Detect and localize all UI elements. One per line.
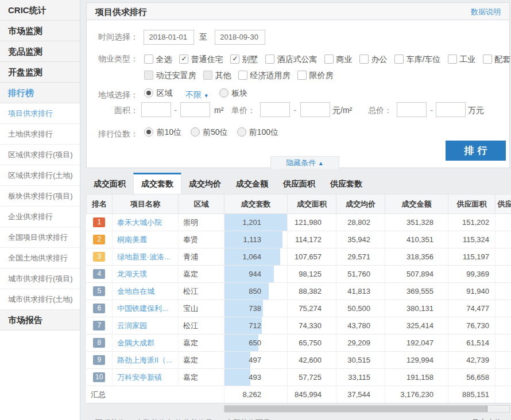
sidebar-item-市场报告[interactable]: 市场报告 bbox=[0, 310, 80, 330]
region-radio-bankuai[interactable]: 板块 bbox=[219, 85, 247, 100]
sidebar-item-城市供求排行(项目)[interactable]: 城市供求排行(项目) bbox=[0, 269, 80, 289]
checkbox-icon[interactable] bbox=[483, 55, 492, 64]
rank-digits-option-前50位[interactable]: 前50位 bbox=[191, 125, 228, 139]
property-option-别墅[interactable]: ✓别墅 bbox=[230, 52, 258, 67]
unit-price-unit: 元/m² bbox=[332, 102, 352, 119]
unit-price-label: 单价： bbox=[231, 102, 256, 119]
tab-成交金额[interactable]: 成交金额 bbox=[229, 173, 276, 195]
checkbox-checked-icon[interactable]: ✓ bbox=[179, 55, 188, 64]
tab-成交均价[interactable]: 成交均价 bbox=[181, 173, 229, 195]
supply-units-cell bbox=[495, 214, 511, 231]
area-min-input[interactable] bbox=[141, 102, 171, 117]
project-link[interactable]: 龙湖天璞 bbox=[117, 270, 147, 278]
sidebar-item-区域供求排行(土地)[interactable]: 区域供求排行(土地) bbox=[0, 165, 80, 186]
sidebar-item-城市供求排行(土地)[interactable]: 城市供求排行(土地) bbox=[0, 289, 80, 310]
supply-area-cell: 91,940 bbox=[448, 283, 495, 300]
checkbox-label: 普通住宅 bbox=[191, 52, 223, 67]
project-link[interactable]: 泰禾大城小院 bbox=[117, 218, 162, 227]
checkbox-icon[interactable] bbox=[448, 55, 457, 64]
checkbox-checked-icon[interactable]: ✓ bbox=[230, 55, 239, 64]
property-option-商业[interactable]: 商业 bbox=[324, 52, 352, 67]
project-link[interactable]: 万科安亭新镇 bbox=[117, 373, 162, 382]
sidebar-item-竞品监测[interactable]: 竞品监测 bbox=[0, 41, 80, 62]
property-type-options: 全选✓普通住宅✓别墅酒店式公寓商业办公车库/车位工业配套商品房 bbox=[144, 52, 511, 67]
tab-供应套数[interactable]: 供应套数 bbox=[323, 173, 370, 195]
filter-panel: 时间选择： 至 物业类型： 全选✓普通住宅✓别墅酒店式公寓商业办公车库/车位工业… bbox=[86, 20, 510, 168]
rank-digits-option-前10位[interactable]: 前10位 bbox=[144, 125, 181, 139]
deal-units-cell: 738 bbox=[224, 300, 288, 317]
checkbox-icon[interactable] bbox=[238, 71, 247, 80]
radio-unselected-icon[interactable] bbox=[191, 127, 200, 137]
region-radio-quyu[interactable]: 区域 bbox=[144, 85, 172, 100]
deal-area-cell: 57,725 bbox=[288, 369, 336, 386]
tab-成交面积[interactable]: 成交面积 bbox=[86, 173, 133, 195]
sidebar-item-全国土地供求排行[interactable]: 全国土地供求排行 bbox=[0, 248, 80, 269]
sidebar-item-项目供求排行[interactable]: 项目供求排行 bbox=[0, 103, 80, 124]
project-link[interactable]: 云润家园 bbox=[117, 321, 147, 330]
property-option-限价房[interactable]: 限价房 bbox=[297, 68, 333, 83]
radio-selected-icon[interactable] bbox=[144, 88, 153, 98]
checkbox-icon[interactable] bbox=[297, 71, 307, 80]
tab-供应面积[interactable]: 供应面积 bbox=[276, 173, 323, 195]
project-link[interactable]: 中国铁建保利... bbox=[117, 304, 168, 313]
sidebar-item-企业供求排行[interactable]: 企业供求排行 bbox=[0, 207, 80, 227]
unit-price-max-input[interactable] bbox=[300, 102, 330, 117]
property-option-办公[interactable]: 办公 bbox=[359, 52, 387, 67]
checkbox-icon[interactable] bbox=[144, 71, 153, 80]
checkbox-icon[interactable] bbox=[324, 55, 334, 64]
area-max-input[interactable] bbox=[180, 102, 210, 117]
property-option-工业[interactable]: 工业 bbox=[448, 52, 475, 67]
export-table-button[interactable]: 导出表格 bbox=[462, 418, 502, 420]
data-note-link[interactable]: 数据说明 bbox=[471, 3, 501, 20]
property-option-车库/车位[interactable]: 车库/车位 bbox=[394, 52, 440, 67]
total-price-min-input[interactable] bbox=[397, 102, 427, 117]
supply-area-cell: 99,369 bbox=[448, 266, 495, 283]
property-option-经济适用房[interactable]: 经济适用房 bbox=[238, 68, 290, 83]
property-option-全选[interactable]: 全选 bbox=[144, 52, 172, 67]
sidebar-item-排行榜[interactable]: 排行榜 bbox=[0, 83, 80, 103]
deal-area-cell: 114,172 bbox=[288, 231, 336, 248]
property-option-其他[interactable]: 其他 bbox=[203, 68, 231, 83]
checkbox-label: 其他 bbox=[215, 68, 231, 83]
units-data-bar bbox=[224, 283, 269, 300]
property-option-酒店式公寓[interactable]: 酒店式公寓 bbox=[265, 52, 317, 67]
scrollbar-thumb[interactable] bbox=[224, 406, 487, 412]
horizontal-scrollbar[interactable] bbox=[224, 405, 510, 413]
checkbox-icon[interactable] bbox=[265, 55, 274, 64]
property-option-普通住宅[interactable]: ✓普通住宅 bbox=[179, 52, 223, 67]
project-link[interactable]: 金隅大成郡 bbox=[117, 339, 154, 347]
sidebar-item-全国项目供求排行[interactable]: 全国项目供求排行 bbox=[0, 227, 80, 248]
region-scope-dropdown[interactable]: 不限 ▼ bbox=[185, 90, 209, 99]
project-link[interactable]: 金地自在城 bbox=[117, 287, 154, 295]
radio-selected-icon[interactable] bbox=[144, 127, 153, 137]
unit-price-min-input[interactable] bbox=[260, 102, 290, 117]
sidebar-item-开盘监测[interactable]: 开盘监测 bbox=[0, 62, 80, 83]
deal-units-value: 712 bbox=[249, 321, 261, 330]
rank-cell: 8 bbox=[87, 335, 113, 352]
property-option-动迁安置房[interactable]: 动迁安置房 bbox=[144, 68, 196, 83]
total-price-max-input[interactable] bbox=[436, 102, 466, 117]
sidebar-item-板块供求排行(项目)[interactable]: 板块供求排行(项目) bbox=[0, 186, 80, 207]
sidebar-item-市场监测[interactable]: 市场监测 bbox=[0, 21, 80, 41]
date-to-input[interactable] bbox=[215, 30, 265, 45]
property-option-配套商品房[interactable]: 配套商品房 bbox=[483, 52, 511, 67]
date-from-input[interactable] bbox=[144, 30, 194, 45]
radio-unselected-icon[interactable] bbox=[237, 127, 246, 137]
project-link[interactable]: 路劲上海派II（... bbox=[117, 356, 172, 364]
project-link[interactable]: 桐南美麓 bbox=[117, 235, 147, 244]
checkbox-label: 别墅 bbox=[242, 52, 258, 67]
rank-digits-option-前100位[interactable]: 前100位 bbox=[237, 125, 278, 139]
checkbox-icon[interactable] bbox=[203, 71, 212, 80]
checkbox-icon[interactable] bbox=[359, 55, 369, 64]
hide-conditions-button[interactable]: 隐藏条件 ▲ bbox=[270, 156, 339, 169]
sidebar-item-区域供求排行(项目)[interactable]: 区域供求排行(项目) bbox=[0, 145, 80, 165]
radio-unselected-icon[interactable] bbox=[219, 88, 229, 98]
rank-submit-button[interactable]: 排行 bbox=[446, 141, 506, 161]
sidebar-item-CRIC统计[interactable]: CRIC统计 bbox=[0, 0, 80, 21]
project-link[interactable]: 绿地新里·波洛... bbox=[117, 252, 171, 261]
sidebar-item-土地供求排行[interactable]: 土地供求排行 bbox=[0, 124, 80, 145]
tab-成交套数[interactable]: 成交套数 bbox=[133, 173, 181, 194]
checkbox-icon[interactable] bbox=[394, 55, 404, 64]
checkbox-icon[interactable] bbox=[144, 55, 153, 64]
deal-area-cell: 107,657 bbox=[288, 248, 336, 266]
